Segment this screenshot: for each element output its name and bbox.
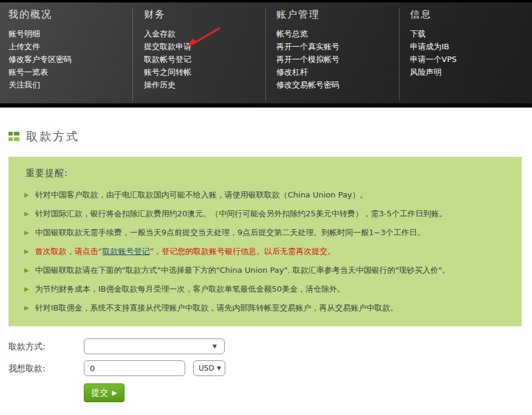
currency-select[interactable]: USD ▼ xyxy=(193,360,225,376)
chevron-down-icon: ▼ xyxy=(217,366,221,371)
currency-selected-value: USD xyxy=(199,364,214,372)
bullet-text: 为节约财务成本，IB佣金取款每月受理一次，客户取款单笔最低金额50美金，清仓除外… xyxy=(35,284,345,293)
menu-item[interactable]: 下载 xyxy=(410,27,531,40)
alert-text: 首次取款，请点击“ xyxy=(35,247,103,256)
bullet-text: 针对IB取佣金，系统不支持直接从代理账户中取款，请先内部阵转帐至交易账户，再从交… xyxy=(35,303,398,312)
important-notice-box: 重要提醒: ▶针对中国客户取款，由于电汇取款国内可能不给入账，请使用银联取款（C… xyxy=(9,157,522,326)
withdraw-method-select[interactable]: ▼ xyxy=(84,338,225,354)
menu-item-list: 账号明细上传文件修改客户专区密码账号一览表关注我们 xyxy=(9,27,130,91)
menu-item-list: 帐号总览再开一个真实账号再开一个模拟帐号修改杠杆修改交易帐号密码 xyxy=(276,27,398,91)
menu-item[interactable]: 关注我们 xyxy=(9,78,130,91)
column-divider xyxy=(399,9,400,101)
bullet-arrow-icon: ▶ xyxy=(24,248,29,255)
mega-menu-header: 我的概况账号明细上传文件修改客户专区密码账号一览表关注我们财务入金存款提交取款申… xyxy=(0,0,532,108)
notice-bullet: ▶为节约财务成本，IB佣金取款每月受理一次，客户取款单笔最低金额50美金，清仓除… xyxy=(24,284,510,294)
menu-item[interactable]: 账号明细 xyxy=(9,27,130,40)
column-divider xyxy=(132,9,133,101)
bullet-text: 中国银联取款无需手续费，一般当天9点前提交当天处理，9点后提交第二天处理。到帐时… xyxy=(35,228,425,237)
menu-item-list: 下载申请成为IB申请一个VPS风险声明 xyxy=(410,27,531,78)
submit-button[interactable]: 提交 ▶ xyxy=(84,383,124,402)
notice-bullet: ▶针对国际汇款，银行将会扣除汇款费用约20澳元。（中间行可能会另外扣除约25美元… xyxy=(24,208,510,219)
submit-label: 提交 xyxy=(91,388,108,399)
bullet-arrow-icon: ▶ xyxy=(24,286,29,292)
menu-item[interactable]: 风险声明 xyxy=(410,66,531,78)
menu-item[interactable]: 修改交易帐号密码 xyxy=(276,78,398,91)
menu-column-title: 信息 xyxy=(410,7,531,22)
bullet-arrow-icon: ▶ xyxy=(24,229,29,236)
menu-item[interactable]: 账号一览表 xyxy=(9,66,130,78)
menu-column: 账户管理帐号总览再开一个真实账号再开一个模拟帐号修改杠杆修改交易帐号密码 xyxy=(276,7,398,91)
menu-item[interactable]: 上传文件 xyxy=(9,40,130,53)
bullet-arrow-icon: ▶ xyxy=(24,210,29,217)
menu-item[interactable]: 操作历史 xyxy=(144,78,265,91)
bullet-arrow-icon: ▶ xyxy=(24,267,29,273)
notice-bullet: ▶中国银联取款无需手续费，一般当天9点前提交当天处理，9点后提交第二天处理。到帐… xyxy=(24,227,510,238)
menu-item[interactable]: 再开一个模拟帐号 xyxy=(276,53,398,66)
menu-item[interactable]: 申请一个VPS xyxy=(410,53,531,66)
notice-bullet-list: ▶针对中国客户取款，由于电汇取款国内可能不给入账，请使用银联取款（China U… xyxy=(24,190,510,313)
menu-column-title: 我的概况 xyxy=(9,7,130,22)
section-heading: 取款方式 xyxy=(9,129,80,145)
notice-bullet: ▶中国银联取款请在下面的"取款方式"中选择最下方的"China Union Pa… xyxy=(24,265,510,275)
register-withdraw-account-link[interactable]: 取款账号登记 xyxy=(102,247,149,256)
menu-column-title: 财务 xyxy=(144,7,265,22)
play-icon: ▶ xyxy=(112,389,117,396)
menu-item[interactable]: 申请成为IB xyxy=(410,40,531,53)
menu-item[interactable]: 账号之间转帐 xyxy=(144,66,265,78)
bullet-arrow-icon: ▶ xyxy=(24,304,29,311)
menu-item[interactable]: 再开一个真实账号 xyxy=(276,40,398,53)
alert-text: ”，登记您的取款账号银行信息。以后无需再次提交。 xyxy=(149,247,335,256)
menu-item[interactable]: 修改客户专区密码 xyxy=(9,53,130,66)
bullet-text: 针对国际汇款，银行将会扣除汇款费用约20澳元。（中间行可能会另外扣除约25美元中… xyxy=(35,209,447,218)
amount-input[interactable]: 0 xyxy=(84,360,185,376)
bullet-text: 中国银联取款请在下面的"取款方式"中选择最下方的"China Union Pay… xyxy=(35,266,450,275)
menu-column: 我的概况账号明细上传文件修改客户专区密码账号一览表关注我们 xyxy=(9,7,130,91)
page: 我的概况账号明细上传文件修改客户专区密码账号一览表关注我们财务入金存款提交取款申… xyxy=(0,0,532,415)
amount-label: 我想取款: xyxy=(9,363,46,374)
amount-value: 0 xyxy=(90,364,95,373)
menu-item[interactable]: 取款帐号登记 xyxy=(144,53,265,66)
chevron-down-icon: ▼ xyxy=(213,344,217,349)
bullet-arrow-icon: ▶ xyxy=(24,191,29,198)
menu-column-title: 账户管理 xyxy=(276,7,398,22)
notice-title: 重要提醒: xyxy=(26,168,510,179)
menu-item[interactable]: 修改杠杆 xyxy=(276,66,398,78)
notice-bullet: ▶针对IB取佣金，系统不支持直接从代理账户中取款，请先内部阵转帐至交易账户，再从… xyxy=(24,303,510,313)
method-label: 取款方式: xyxy=(9,341,46,352)
column-divider xyxy=(265,9,266,101)
notice-bullet: ▶首次取款，请点击“取款账号登记”，登记您的取款账号银行信息。以后无需再次提交。 xyxy=(24,246,510,256)
annotation-arrow-icon xyxy=(182,24,223,51)
bullet-text: 针对中国客户取款，由于电汇取款国内可能不给入账，请使用银联取款（China Un… xyxy=(35,190,368,199)
notice-bullet: ▶针对中国客户取款，由于电汇取款国内可能不给入账，请使用银联取款（China U… xyxy=(24,190,510,200)
menu-item[interactable]: 帐号总览 xyxy=(276,27,398,40)
page-title: 取款方式 xyxy=(26,129,80,145)
list-icon xyxy=(9,132,20,142)
menu-column: 信息下载申请成为IB申请一个VPS风险声明 xyxy=(410,7,531,78)
